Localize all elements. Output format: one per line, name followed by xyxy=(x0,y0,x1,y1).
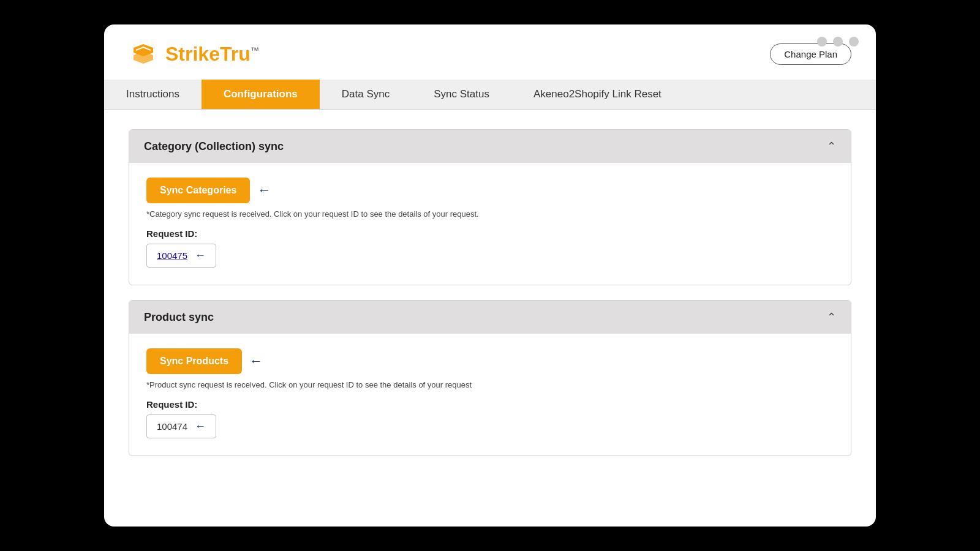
window-dot-3 xyxy=(849,37,859,47)
product-sync-section: Product sync ⌃ Sync Products ← *Product … xyxy=(129,300,851,456)
product-sync-arrow: ← xyxy=(249,353,263,369)
product-request-id-box: 100474 ← xyxy=(146,414,216,438)
product-request-id-label: Request ID: xyxy=(146,399,834,410)
nav-bar: Instructions Configurations Data Sync Sy… xyxy=(104,80,876,110)
product-sync-header: Product sync ⌃ xyxy=(129,301,851,334)
product-request-id-value: 100474 xyxy=(157,421,187,432)
product-sync-info: *Product sync request is received. Click… xyxy=(146,380,834,389)
nav-item-instructions[interactable]: Instructions xyxy=(104,80,202,109)
product-sync-title: Product sync xyxy=(144,311,214,324)
nav-item-sync-status[interactable]: Sync Status xyxy=(412,80,511,109)
logo-icon xyxy=(129,39,158,69)
header: StrikeTru™ Change Plan xyxy=(104,24,876,69)
product-sync-collapse-icon[interactable]: ⌃ xyxy=(827,310,836,324)
category-sync-body: Sync Categories ← *Category sync request… xyxy=(129,163,851,285)
window-controls xyxy=(817,37,859,47)
sync-products-button[interactable]: Sync Products xyxy=(146,348,242,374)
nav-item-configurations[interactable]: Configurations xyxy=(202,80,320,109)
category-request-id-arrow: ← xyxy=(195,249,206,262)
category-request-id-box: 100475 ← xyxy=(146,244,216,268)
product-sync-body: Sync Products ← *Product sync request is… xyxy=(129,334,851,455)
logo-strike: Strike xyxy=(165,43,220,65)
logo-tm: ™ xyxy=(251,45,259,55)
category-sync-header: Category (Collection) sync ⌃ xyxy=(129,130,851,163)
category-request-id-link[interactable]: 100475 xyxy=(157,250,187,261)
nav-item-data-sync[interactable]: Data Sync xyxy=(320,80,412,109)
category-request-id-label: Request ID: xyxy=(146,228,834,239)
product-sync-btn-row: Sync Products ← xyxy=(146,348,834,374)
category-sync-arrow: ← xyxy=(257,182,271,198)
product-request-id-arrow: ← xyxy=(195,420,206,433)
category-sync-info: *Category sync request is received. Clic… xyxy=(146,209,834,219)
category-sync-btn-row: Sync Categories ← xyxy=(146,178,834,203)
category-sync-title: Category (Collection) sync xyxy=(144,140,284,153)
logo-text: StrikeTru™ xyxy=(165,43,259,66)
window-dot-1 xyxy=(817,37,827,47)
app-window: StrikeTru™ Change Plan Instructions Conf… xyxy=(104,24,876,527)
logo: StrikeTru™ xyxy=(129,39,259,69)
category-sync-section: Category (Collection) sync ⌃ Sync Catego… xyxy=(129,129,851,285)
category-sync-collapse-icon[interactable]: ⌃ xyxy=(827,140,836,153)
main-content: Category (Collection) sync ⌃ Sync Catego… xyxy=(104,110,876,476)
logo-tru: Tru xyxy=(220,43,251,65)
sync-categories-button[interactable]: Sync Categories xyxy=(146,178,250,203)
nav-item-akeneo-link-reset[interactable]: Akeneo2Shopify Link Reset xyxy=(511,80,684,109)
window-dot-2 xyxy=(833,37,843,47)
